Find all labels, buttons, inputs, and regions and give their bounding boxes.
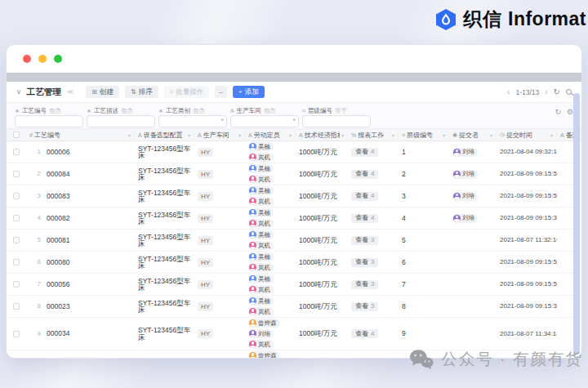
column-header-staff[interactable]: A劳动定员▾ — [245, 129, 296, 140]
view-records-button[interactable]: 查看4 — [351, 214, 378, 223]
sort-caret-icon[interactable]: ▾ — [392, 132, 394, 138]
batch-actions-button[interactable]: ≡ 批量操作 — [164, 86, 210, 98]
workshop-tag: HY — [198, 192, 213, 201]
filter-settings-gear-icon[interactable]: ⚙ — [567, 108, 573, 116]
person-name: 吴楠 — [258, 144, 270, 150]
select-all-checkbox[interactable] — [13, 132, 20, 138]
view-label: 查看 — [355, 149, 368, 155]
filter-select[interactable]: ▾ — [158, 115, 227, 127]
row-checkbox[interactable] — [13, 331, 20, 337]
device-config: SYT-123456型车床 — [138, 234, 191, 248]
row-checkbox[interactable] — [13, 259, 20, 265]
process-code: 000080 — [47, 259, 69, 266]
view-records-button[interactable]: 查看3 — [351, 236, 378, 245]
view-records-button[interactable]: 查看4 — [351, 192, 378, 201]
cell-code: 4000082 — [26, 214, 135, 223]
table-row[interactable]: 4000082SYT-123456型车床HY吴楠岚机1000吨/万元查看44刘培… — [7, 207, 581, 230]
page-next-button[interactable]: › — [545, 87, 547, 96]
view-chevron-down-icon[interactable]: ∨ — [16, 88, 21, 96]
filter-refresh-icon[interactable]: ↻ — [555, 108, 561, 116]
row-number: 2 — [29, 171, 41, 177]
column-header-workshop[interactable]: A生产车间▾ — [194, 129, 245, 140]
filter-input[interactable] — [15, 115, 83, 127]
filter-input[interactable] — [87, 115, 155, 127]
cell-staff: 吴楠岚机 — [245, 141, 296, 163]
cell-indicator: 1000吨/万元 — [296, 170, 348, 179]
cell-device: SYT-123456型车床 — [135, 299, 194, 314]
sort-caret-icon[interactable]: ▾ — [289, 132, 292, 138]
indicator-value: 1000吨/万元 — [299, 330, 337, 337]
row-checkbox[interactable] — [13, 237, 20, 243]
filter-field-生产车间: A生产车间包含▾ — [230, 106, 299, 127]
row-checkbox[interactable] — [13, 303, 20, 310]
column-type-icon: ◷ — [500, 132, 505, 138]
view-records-button[interactable]: 查看4 — [351, 148, 378, 157]
column-header-code[interactable]: #工艺编号▾ — [26, 129, 135, 140]
sort-caret-icon[interactable]: ▾ — [238, 132, 241, 138]
view-records-button[interactable]: 查看4 — [351, 170, 378, 179]
column-header-device[interactable]: A设备选型配置▾ — [135, 129, 194, 140]
row-checkbox[interactable] — [13, 149, 20, 155]
filter-field-层级编号: ≡层级编号等于 — [302, 106, 371, 127]
titlebar-divider-band — [7, 73, 581, 82]
person-chip: 岚机 — [248, 197, 274, 206]
create-button[interactable]: ⊞ 创建 — [86, 86, 119, 98]
page-prev-button[interactable]: ‹ — [507, 87, 510, 96]
refresh-icon[interactable]: ↻ — [554, 87, 560, 96]
workshop-tag: HY — [198, 236, 213, 245]
table-row[interactable]: 5000081SYT-123456型车床HY吴楠岚机1000吨/万元查看3520… — [7, 230, 581, 252]
table-row[interactable]: 8000023SYT-123456型车床HY吴楠岚机1000吨/万元查看3820… — [7, 296, 581, 318]
avatar-icon — [249, 187, 256, 194]
zoom-window-button[interactable] — [54, 55, 62, 63]
row-checkbox[interactable] — [13, 281, 20, 288]
filter-select[interactable]: ▾ — [230, 115, 299, 127]
view-label: 查看 — [355, 193, 368, 199]
minimize-window-button[interactable] — [38, 55, 47, 63]
person-name: 吴楠 — [258, 276, 270, 283]
column-header-submitter[interactable]: ◉提交者▾ — [449, 129, 497, 140]
table-row[interactable]: 9000034SYT-123456型车床HY曾烨森刘培岚机1000吨/万元查看4… — [7, 318, 581, 350]
add-button[interactable]: + 添加 — [233, 86, 265, 98]
sort-caret-icon[interactable]: ▾ — [490, 132, 492, 138]
table-row[interactable]: 1000006SYT-123456型车床HY吴楠岚机1000吨/万元查看41刘培… — [7, 141, 581, 163]
sort-button[interactable]: ⇅ 排序 — [125, 86, 158, 98]
vertical-scrollbar[interactable] — [573, 93, 580, 355]
column-header-level[interactable]: ≡层级编号▾ — [399, 129, 449, 140]
view-title[interactable]: 工艺管理 — [27, 87, 61, 98]
view-label: 查看 — [355, 215, 368, 221]
sort-caret-icon[interactable]: ▾ — [188, 132, 190, 138]
view-records-button[interactable]: 查看3 — [351, 302, 378, 311]
row-checkbox[interactable] — [13, 171, 20, 177]
collapse-icon[interactable]: ≪ — [67, 88, 74, 96]
view-records-button[interactable]: 查看3 — [351, 258, 378, 267]
filter-fields: ∗工艺编号包含∗工艺描述包含∗工艺类别包含▾A生产车间包含▾≡层级编号等于 — [15, 106, 573, 127]
table-row[interactable]: 2000084SYT-123456型车床HY吴楠岚机1000吨/万元查看42刘培… — [7, 163, 581, 185]
person-chip: 岚机 — [248, 340, 274, 349]
table-row[interactable]: 6000080SYT-123456型车床HY吴楠岚机1000吨/万元查看3620… — [7, 252, 581, 274]
cell-staff: 吴楠岚机 — [245, 296, 296, 317]
column-header-report[interactable]: %报表工作▾ — [348, 129, 399, 140]
column-header-time[interactable]: ◷提交时间▾ — [497, 129, 557, 140]
level-number: 6 — [402, 259, 406, 266]
workshop-tag: HY — [198, 148, 213, 157]
view-records-button[interactable]: 查看3 — [351, 280, 378, 289]
close-window-button[interactable] — [23, 55, 31, 63]
cell-indicator: 1000吨/万元 — [296, 329, 348, 338]
sort-caret-icon[interactable]: ▾ — [341, 132, 344, 138]
filter-input[interactable] — [302, 115, 371, 127]
brand-logo: 织信 Informat — [434, 7, 586, 32]
sort-caret-icon[interactable]: ▾ — [443, 132, 445, 138]
table-row[interactable]: 7000056SYT-123456型车床HY吴楠岚机1000吨/万元查看3720… — [7, 274, 581, 296]
row-checkbox[interactable] — [13, 215, 20, 221]
table-row[interactable]: 3000083SYT-123456型车床HY吴楠岚机1000吨/万元查看43刘培… — [7, 185, 581, 207]
cell-device: SYT-123456型车床 — [135, 233, 194, 248]
sort-caret-icon[interactable]: ▾ — [550, 132, 553, 138]
cell-workshop: HY — [194, 279, 245, 290]
column-header-indicator[interactable]: A技术经济指标▾ — [296, 129, 348, 140]
view-records-button[interactable]: 查看4 — [351, 329, 378, 338]
window-titlebar — [7, 45, 581, 73]
row-checkbox[interactable] — [13, 193, 20, 199]
sort-caret-icon[interactable]: ▾ — [128, 132, 131, 138]
more-button[interactable]: – — [215, 86, 227, 98]
search-icon[interactable] — [566, 89, 572, 95]
